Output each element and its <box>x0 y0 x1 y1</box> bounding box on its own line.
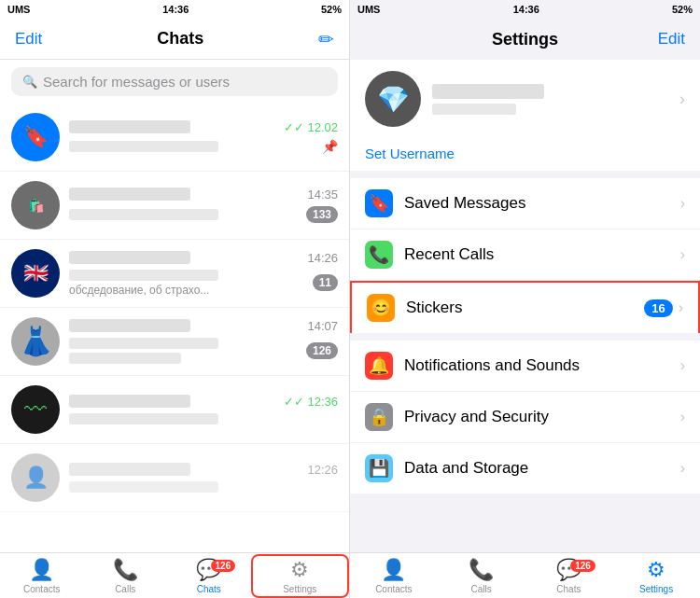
notifications-label: Notifications and Sounds <box>404 356 669 375</box>
r-tab-settings[interactable]: ⚙ Settings <box>612 558 700 594</box>
tab-contacts[interactable]: 👤 Contacts <box>0 558 84 594</box>
avatar: 👤 <box>11 453 60 502</box>
left-status-bar: UMS 14:36 52% <box>0 0 349 19</box>
right-battery: 52% <box>672 4 693 15</box>
stickers-icon-glyph: 😊 <box>371 298 391 318</box>
chat-top: 14:07 <box>69 319 338 333</box>
tab-chats[interactable]: 126 💬 Chats <box>167 558 251 594</box>
chat-content: ✓✓ 12:36 <box>69 395 338 424</box>
chat-name-bar <box>69 463 190 476</box>
chat-name-bar <box>69 120 190 133</box>
avatar: 🔖 <box>11 113 60 161</box>
tab-settings[interactable]: ⚙ Settings <box>251 554 350 598</box>
chat-top: ✓✓ 12:36 <box>69 395 338 409</box>
notifications-row[interactable]: 🔔 Notifications and Sounds › <box>350 341 700 392</box>
left-panel: UMS 14:36 52% Edit Chats ✏ 🔍 Search for … <box>0 0 350 598</box>
compose-icon[interactable]: ✏ <box>318 28 334 50</box>
profile-chevron: › <box>679 90 685 109</box>
right-panel: UMS 14:36 52% Settings Edit 💎 › Set User… <box>350 0 700 598</box>
profile-phone-bar <box>432 104 516 115</box>
settings-section-1: 🔖 Saved Messages › 📞 Recent Calls › 😊 St… <box>350 178 700 333</box>
data-storage-chevron: › <box>680 460 685 477</box>
chat-preview <box>69 270 218 281</box>
chat-content: 14:35 133 <box>69 188 338 223</box>
data-storage-row[interactable]: 💾 Data and Storage › <box>350 443 700 494</box>
chat-time: 14:26 <box>307 251 338 265</box>
chat-item[interactable]: 〰 ✓✓ 12:36 <box>0 376 349 444</box>
r-chats-badge: 126 <box>570 560 595 572</box>
chat-preview <box>69 413 218 424</box>
chat-preview <box>69 141 218 152</box>
unread-badge: 11 <box>313 274 338 291</box>
set-username-button[interactable]: Set Username <box>350 138 700 171</box>
chat-time: ✓✓ 12.02 <box>284 120 338 134</box>
avatar-emoji: 🔖 <box>23 125 49 149</box>
chat-bottom: 126 <box>69 338 338 364</box>
search-bar: 🔍 Search for messages or users <box>0 60 349 104</box>
avatar-emoji: 🇬🇧 <box>23 261 49 285</box>
r-tab-contacts-label: Contacts <box>375 584 412 594</box>
r-tab-calls[interactable]: 📞 Calls <box>438 558 525 594</box>
avatar-emoji: 👗 <box>19 317 53 366</box>
chat-preview2 <box>69 353 181 364</box>
unread-badge: 126 <box>306 342 338 359</box>
right-edit-button[interactable]: Edit <box>658 30 685 49</box>
privacy-row[interactable]: 🔒 Privacy and Security › <box>350 392 700 443</box>
avatar: 👗 <box>11 317 60 366</box>
saved-messages-icon-glyph: 🔖 <box>369 193 389 214</box>
stickers-row[interactable]: 😊 Stickers 16 › <box>350 281 700 333</box>
chat-bottom <box>69 481 338 493</box>
profile-section[interactable]: 💎 › <box>350 60 700 138</box>
search-placeholder: Search for messages or users <box>43 74 230 90</box>
settings-title: Settings <box>492 30 558 49</box>
calls-icon: 📞 <box>113 558 138 582</box>
chat-content: 14:07 126 <box>69 319 338 364</box>
chat-item[interactable]: 🔖 ✓✓ 12.02 📌 <box>0 104 349 172</box>
right-status-bar: UMS 14:36 52% <box>350 0 700 19</box>
left-carrier: UMS <box>7 4 30 15</box>
chat-item[interactable]: 🛍️ 14:35 133 <box>0 172 349 240</box>
stickers-label: Stickers <box>406 299 633 317</box>
chat-list: 🔖 ✓✓ 12.02 📌 🛍️ 14:35 <box>0 104 349 552</box>
recent-calls-icon-glyph: 📞 <box>369 244 389 265</box>
chat-subtext: обсдедование, об страхо... <box>69 284 313 297</box>
avatar: 🛍️ <box>11 181 60 229</box>
left-battery-pct: 52% <box>321 4 342 15</box>
avatar-emoji: 〰 <box>24 396 47 423</box>
chat-item[interactable]: 🇬🇧 14:26 обсдедование, об страхо... 11 <box>0 240 349 308</box>
saved-messages-row[interactable]: 🔖 Saved Messages › <box>350 178 700 229</box>
recent-calls-chevron: › <box>680 246 685 263</box>
chat-preview <box>69 338 218 349</box>
left-battery: 52% <box>321 4 342 15</box>
saved-messages-icon: 🔖 <box>365 189 393 217</box>
notifications-icon: 🔔 <box>365 352 393 380</box>
avatar-emoji: 👤 <box>23 466 49 490</box>
avatar: 🇬🇧 <box>11 249 60 298</box>
left-tab-bar: 👤 Contacts 📞 Calls 126 💬 Chats ⚙ Setting… <box>0 552 349 598</box>
profile-info <box>432 84 668 115</box>
data-storage-icon: 💾 <box>365 454 393 482</box>
right-time: 14:36 <box>513 4 539 15</box>
profile-avatar: 💎 <box>365 71 421 127</box>
r-tab-contacts[interactable]: 👤 Contacts <box>350 558 438 594</box>
right-nav-bar: Settings Edit <box>350 19 700 60</box>
search-icon: 🔍 <box>22 75 37 89</box>
chat-bottom: 133 <box>69 206 338 223</box>
left-edit-button[interactable]: Edit <box>15 30 42 49</box>
chat-preview <box>69 209 218 220</box>
pin-icon: 📌 <box>322 139 338 154</box>
left-title: Chats <box>157 29 203 49</box>
right-tab-bar: 👤 Contacts 📞 Calls 126 💬 Chats ⚙ Setting… <box>350 552 700 598</box>
chat-content: 12:26 <box>69 463 338 493</box>
settings-icon: ⚙ <box>290 558 309 582</box>
r-tab-chats[interactable]: 126 💬 Chats <box>525 558 613 594</box>
chat-item[interactable]: 👤 12:26 <box>0 444 349 512</box>
chat-item[interactable]: 👗 14:07 126 <box>0 308 349 376</box>
search-input[interactable]: 🔍 Search for messages or users <box>11 67 338 96</box>
contacts-icon: 👤 <box>29 558 54 582</box>
chat-time: 12:26 <box>307 463 338 477</box>
tab-calls[interactable]: 📞 Calls <box>84 558 168 594</box>
recent-calls-row[interactable]: 📞 Recent Calls › <box>350 229 700 281</box>
avatar-emoji: 🛍️ <box>28 198 44 213</box>
notifications-icon-glyph: 🔔 <box>369 355 389 376</box>
